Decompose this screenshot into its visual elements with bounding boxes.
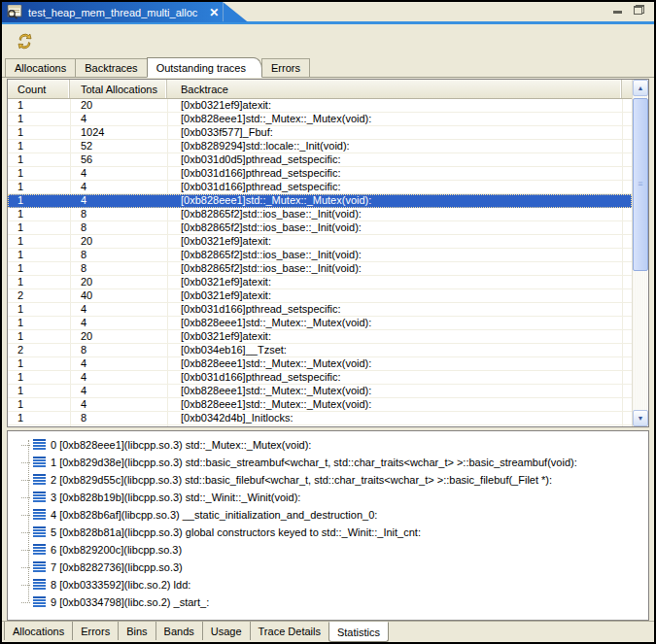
- memory-analysis-icon: [7, 5, 22, 19]
- stack-frame-icon: [33, 474, 46, 486]
- scrollbar-track[interactable]: ≡: [633, 96, 648, 410]
- cell-backtrace: [0xb828eee1]std::_Mutex::_Mutex(void):: [167, 385, 632, 397]
- table-row[interactable]: 18[0xb82865f2]std::ios_base::_Init(void)…: [8, 262, 632, 276]
- table-row[interactable]: 120[0xb0321ef9]atexit:: [8, 99, 632, 113]
- table-row[interactable]: 156[0xb031d0d5]pthread_setspecific:: [8, 153, 632, 167]
- tab-outstanding-traces[interactable]: Outstanding traces: [147, 57, 262, 78]
- tree-connector: [21, 550, 30, 551]
- trace-detail-item[interactable]: 3 [0xb828b19b](libcpp.so.3) std::_Winit:…: [8, 489, 648, 506]
- vertical-scrollbar[interactable]: ▲ ≡ ▼: [632, 80, 648, 426]
- table-row[interactable]: 14[0xb031d166]pthread_setspecific:: [8, 371, 632, 385]
- table-row[interactable]: 18[0xb82865f2]std::ios_base::_Init(void)…: [8, 221, 632, 235]
- cell-count: 1: [8, 262, 70, 275]
- close-icon[interactable]: ✕: [209, 6, 219, 19]
- stack-frame-icon: [33, 579, 46, 591]
- table-row[interactable]: 14[0xb031d166]pthread_setspecific:: [8, 303, 632, 317]
- view-tab[interactable]: test_heap_mem_thread_multi_alloc ✕: [2, 2, 223, 22]
- cell-backtrace: [0xb828eee1]std::_Mutex::_Mutex(void):: [167, 357, 632, 370]
- trace-detail-item[interactable]: 1 [0xb829d38e](libcpp.so.3) std::basic_s…: [8, 454, 648, 471]
- cell-backtrace: [0xb828eee1]std::_Mutex::_Mutex(void):: [167, 398, 632, 411]
- trace-detail-item[interactable]: 0 [0xb828eee1](libcpp.so.3) std::_Mutex:…: [8, 436, 648, 454]
- table-row[interactable]: 14[0xb828eee1]std::_Mutex::_Mutex(void):: [8, 194, 632, 208]
- bottom-tab-statistics[interactable]: Statistics: [328, 622, 389, 642]
- tree-connector: [21, 480, 30, 481]
- table-row[interactable]: 18[0xb82865f2]std::ios_base::_Init(void)…: [8, 249, 632, 262]
- cell-count: 1: [8, 181, 70, 193]
- cell-backtrace: [0xb031d166]pthread_setspecific:: [167, 371, 632, 384]
- table-row[interactable]: 11024[0xb033f577]_Fbuf:: [8, 126, 632, 140]
- cell-backtrace: [0xb031d166]pthread_setspecific:: [167, 181, 632, 193]
- cell-count: 1: [8, 167, 70, 180]
- cell-count: 1: [8, 398, 70, 411]
- minimize-icon[interactable]: [613, 11, 622, 14]
- table-row[interactable]: 120[0xb0321ef9]atexit:: [8, 235, 632, 249]
- trace-detail-label: 3 [0xb828b19b](libcpp.so.3) std::_Winit:…: [51, 491, 300, 503]
- bottom-tab-allocations[interactable]: Allocations: [4, 622, 73, 640]
- column-header-count[interactable]: Count: [8, 80, 70, 98]
- table-row[interactable]: 14[0xb828eee1]std::_Mutex::_Mutex(void):: [8, 398, 632, 412]
- cell-count: 1: [8, 371, 70, 384]
- column-header-backtrace[interactable]: Backtrace: [167, 80, 622, 98]
- trace-detail-item[interactable]: 5 [0xb828b81a](libcpp.so.3) global const…: [8, 524, 648, 541]
- stack-frame-icon: [33, 509, 46, 521]
- scroll-down-icon[interactable]: ▼: [633, 410, 648, 426]
- bottom-tab-errors[interactable]: Errors: [73, 622, 119, 640]
- table-row[interactable]: 14[0xb828eee1]std::_Mutex::_Mutex(void):: [8, 357, 632, 371]
- table-row[interactable]: 120[0xb0321ef9]atexit:: [8, 330, 632, 344]
- table-row[interactable]: 18[0xb82865f2]std::ios_base::_Init(void)…: [8, 208, 632, 221]
- tree-connector: [21, 445, 30, 446]
- tab-allocations[interactable]: Allocations: [5, 58, 76, 77]
- table-row[interactable]: 14[0xb828eee1]std::_Mutex::_Mutex(void):: [8, 317, 632, 330]
- trace-detail-item[interactable]: 9 [0xb0334798](libc.so.2) _start_:: [8, 593, 648, 611]
- table-row[interactable]: 14[0xb031d166]pthread_setspecific:: [8, 167, 632, 181]
- column-header-total-allocations[interactable]: Total Allocations: [70, 80, 167, 98]
- stack-frame-icon: [33, 457, 46, 468]
- cell-total-allocations: 56: [70, 153, 167, 166]
- trace-details-panel: 0 [0xb828eee1](libcpp.so.3) std::_Mutex:…: [7, 430, 649, 621]
- tab-errors[interactable]: Errors: [261, 58, 310, 77]
- table-row[interactable]: 14[0xb031d166]pthread_setspecific:: [8, 181, 632, 194]
- cell-backtrace: [0xb828eee1]std::_Mutex::_Mutex(void):: [167, 317, 632, 329]
- view-title: test_heap_mem_thread_multi_alloc: [28, 7, 197, 18]
- trace-detail-item[interactable]: 8 [0xb0333592](libc.so.2) ldd:: [8, 576, 648, 593]
- trace-detail-item[interactable]: 2 [0xb829d55c](libcpp.so.3) std::basic_f…: [8, 471, 648, 489]
- cell-total-allocations: 8: [70, 262, 167, 275]
- cell-backtrace: [0xb0342d4b]_Initlocks:: [167, 412, 632, 424]
- table-row[interactable]: 240[0xb0321ef9]atexit:: [8, 289, 632, 303]
- trace-detail-label: 0 [0xb828eee1](libcpp.so.3) std::_Mutex:…: [51, 439, 311, 451]
- table-row[interactable]: 14[0xb828eee1]std::_Mutex::_Mutex(void):: [8, 385, 632, 398]
- top-tab-bar: AllocationsBacktracesOutstanding tracesE…: [2, 56, 654, 78]
- scrollbar-thumb[interactable]: ≡: [633, 98, 648, 271]
- trace-detail-item[interactable]: 4 [0xb828b6af](libcpp.so.3) __static_ini…: [8, 506, 648, 524]
- refresh-icon[interactable]: [15, 31, 34, 51]
- table-row[interactable]: 120[0xb0321ef9]atexit:: [8, 276, 632, 289]
- cell-total-allocations: 4: [70, 398, 167, 411]
- tree-connector: [21, 532, 30, 533]
- bottom-tab-bands[interactable]: Bands: [156, 622, 203, 640]
- view-title-bar: test_heap_mem_thread_multi_alloc ✕: [2, 2, 654, 24]
- table-row[interactable]: 18[0xb0342d4b]_Initlocks:: [8, 412, 632, 425]
- table-row[interactable]: 152[0xb8289294]std::locale::_Init(void):: [8, 140, 632, 153]
- bottom-tab-trace-details[interactable]: Trace Details: [251, 622, 329, 640]
- trace-detail-item[interactable]: 7 [0xb8282736](libcpp.so.3): [8, 559, 648, 576]
- bottom-tab-usage[interactable]: Usage: [203, 622, 251, 640]
- cell-total-allocations: 4: [70, 181, 167, 193]
- cell-count: 1: [8, 208, 70, 220]
- bottom-tab-bins[interactable]: Bins: [119, 622, 155, 640]
- trace-detail-label: 1 [0xb829d38e](libcpp.so.3) std::basic_s…: [51, 457, 577, 468]
- cell-count: 1: [8, 99, 70, 112]
- table-row[interactable]: 14[0xb828eee1]std::_Mutex::_Mutex(void):: [8, 113, 632, 126]
- cell-total-allocations: 1024: [70, 126, 167, 139]
- scroll-up-icon[interactable]: ▲: [633, 80, 648, 96]
- tab-backtraces[interactable]: Backtraces: [75, 58, 147, 77]
- trace-detail-item[interactable]: 6 [0xb829200c](libcpp.so.3): [8, 541, 648, 559]
- cell-backtrace: [0xb828eee1]std::_Mutex::_Mutex(void):: [167, 194, 632, 207]
- cell-total-allocations: 4: [70, 357, 167, 370]
- tree-connector: [21, 497, 30, 498]
- table-row[interactable]: 28[0xb034eb16]__Tzset:: [8, 344, 632, 357]
- tree-connector: [21, 585, 30, 586]
- cell-backtrace: [0xb0321ef9]atexit:: [167, 235, 632, 248]
- cell-backtrace: [0xb031d0d5]pthread_setspecific:: [167, 153, 632, 166]
- restore-icon[interactable]: [634, 5, 644, 15]
- cell-backtrace: [0xb031d166]pthread_setspecific:: [167, 167, 632, 180]
